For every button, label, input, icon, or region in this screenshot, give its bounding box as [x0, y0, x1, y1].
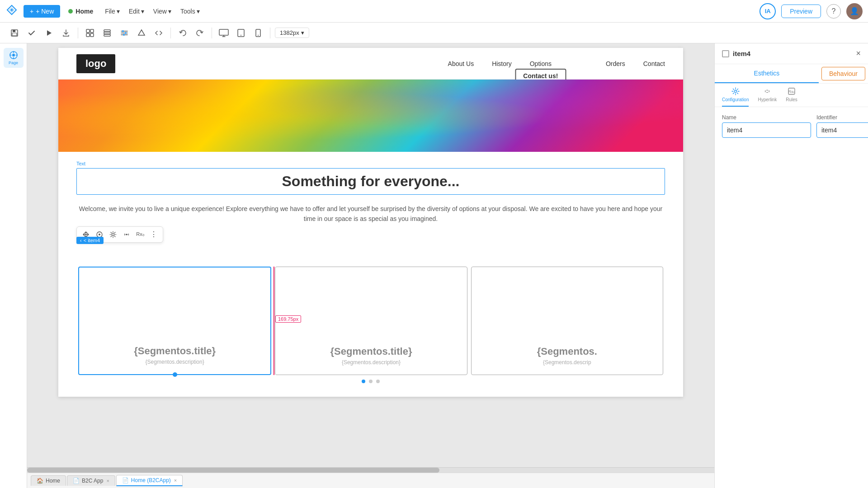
body-text: Welcome, we invite you to live a unique … [58, 199, 683, 229]
svg-rect-9 [104, 32, 110, 34]
group-tool-button[interactable] [83, 26, 97, 40]
tools-chevron-icon: ▾ [197, 8, 200, 15]
help-icon: ? [832, 7, 836, 15]
file-menu[interactable]: File ▾ [101, 5, 123, 17]
nav-orders[interactable]: Orders [606, 60, 625, 67]
preview-button[interactable]: Preview [781, 5, 821, 18]
sub-tab-hyperlink[interactable]: Hyperlink [758, 87, 777, 107]
desktop-view-button[interactable] [217, 26, 231, 40]
align-tool-button[interactable] [117, 26, 132, 40]
check-tool-button[interactable] [24, 26, 39, 40]
measure-label: 169.75px [275, 315, 301, 323]
bottom-tab-home-b2capp[interactable]: 📄 Home (B2CApp) × [116, 475, 183, 486]
canvas-scroll[interactable]: logo About Us History Options Contact us… [27, 43, 714, 467]
sub-tab-configuration[interactable]: Configuration [722, 87, 749, 107]
carousel-dots [76, 380, 665, 383]
user-avatar[interactable]: 👤 [846, 3, 863, 19]
svg-point-16 [241, 35, 241, 36]
carousel-dot-2[interactable] [369, 380, 373, 383]
px-value: 1382px [280, 29, 299, 36]
view-menu[interactable]: View ▾ [150, 5, 175, 17]
scroll-thumb[interactable] [27, 468, 439, 473]
left-sidebar: Page [0, 43, 27, 488]
save-tool-button[interactable] [7, 26, 22, 40]
panel-body: Name Identifier [715, 107, 868, 145]
ia-button[interactable]: IA [760, 3, 776, 19]
heading-text-box[interactable]: Something for everyone... [76, 168, 665, 195]
card-1[interactable]: {Segmentos.title} {Segmentos.description… [78, 267, 271, 375]
site-logo: logo [76, 54, 115, 73]
right-panel: item4 × Esthetics Behaviour Configuratio [714, 43, 868, 488]
sub-tab-rules[interactable]: Rx₀ Rules [786, 87, 797, 107]
panel-close-button[interactable]: × [856, 49, 861, 58]
panel-title: item4 [733, 50, 750, 57]
carousel-dot-3[interactable] [376, 380, 380, 383]
field-group-name-id: Name Identifier [722, 114, 861, 138]
toolbar: 1382px ▾ [0, 23, 868, 43]
new-button-label: + New [36, 8, 54, 15]
svg-point-11 [122, 30, 124, 32]
measure-vertical-line [274, 267, 274, 375]
nav-about-us[interactable]: About Us [448, 60, 474, 67]
tablet-view-button[interactable] [234, 26, 248, 40]
svg-rect-2 [13, 30, 15, 32]
canvas-area: logo About Us History Options Contact us… [27, 43, 714, 488]
stack-tool-button[interactable] [100, 26, 114, 40]
plus-icon: + [30, 8, 33, 15]
home-b2capp-close-icon[interactable]: × [174, 478, 177, 483]
item4-more-button[interactable]: ⋮ [147, 228, 160, 241]
nav-options[interactable]: Options [530, 60, 552, 67]
carousel-dot-1[interactable] [362, 380, 365, 383]
svg-rect-7 [90, 33, 94, 37]
help-button[interactable]: ? [826, 4, 841, 19]
item4-badge-text: < item4 [84, 238, 100, 243]
horizontal-scrollbar[interactable] [27, 467, 714, 473]
undo-button[interactable] [175, 26, 190, 40]
panel-main-tabs: Esthetics Behaviour [715, 64, 868, 84]
check-icon [28, 29, 36, 37]
export-icon [62, 29, 70, 37]
shape-tool-button[interactable] [134, 26, 149, 40]
card-2-title: {Segmentos.title} [330, 346, 412, 357]
tab-esthetics[interactable]: Esthetics [715, 64, 819, 83]
svg-rect-5 [90, 29, 94, 33]
item4-label-badge[interactable]: ‹ < item4 [76, 237, 104, 244]
tablet-icon [237, 29, 245, 37]
toolbar-divider-2 [170, 28, 171, 38]
item4-settings-button[interactable] [107, 228, 119, 241]
tab-behaviour[interactable]: Behaviour [821, 67, 865, 80]
card-1-resize-handle[interactable] [173, 372, 177, 377]
field-identifier-col: Identifier [816, 114, 868, 138]
bottom-tab-home[interactable]: 🏠 Home [31, 475, 66, 486]
nav-contact[interactable]: Contact [643, 60, 665, 67]
svg-point-23 [112, 233, 114, 235]
name-field-input[interactable] [722, 122, 811, 138]
sidebar-item-page[interactable]: Page [4, 48, 24, 68]
desktop-icon [219, 29, 229, 37]
site-navigation: About Us History Options Contact us! Ord… [448, 60, 665, 68]
item4-link-button[interactable] [120, 228, 133, 241]
edit-menu[interactable]: Edit ▾ [125, 5, 148, 17]
main-layout: Page logo About Us History Options [0, 43, 868, 488]
export-tool-button[interactable] [59, 26, 73, 40]
svg-rect-3 [12, 33, 17, 36]
nav-options-wrapper: Options Contact us! [530, 60, 552, 68]
svg-point-0 [11, 9, 13, 11]
bottom-tab-b2capp[interactable]: 📄 B2C App × [67, 475, 115, 486]
mobile-view-button[interactable] [251, 26, 265, 40]
toolbar-divider-4 [270, 28, 270, 38]
tools-menu[interactable]: Tools ▾ [177, 5, 203, 17]
redo-button[interactable] [193, 26, 207, 40]
new-button[interactable]: + + New [24, 5, 60, 18]
nav-history[interactable]: History [492, 60, 512, 67]
b2capp-close-icon[interactable]: × [106, 478, 109, 483]
card-3[interactable]: {Segmentos. {Segmentos.descrip [471, 267, 663, 375]
item4-rules-button[interactable]: Rx₀ [134, 228, 146, 241]
play-tool-button[interactable] [42, 26, 56, 40]
card-2[interactable]: {Segmentos.title} {Segmentos.description… [275, 267, 467, 375]
item-checkbox[interactable] [722, 50, 729, 57]
code-tool-button[interactable] [151, 26, 166, 40]
toolbar-divider-3 [212, 28, 212, 38]
identifier-field-input[interactable] [816, 122, 868, 138]
rules-label-icon: Rx₀ [136, 231, 144, 237]
